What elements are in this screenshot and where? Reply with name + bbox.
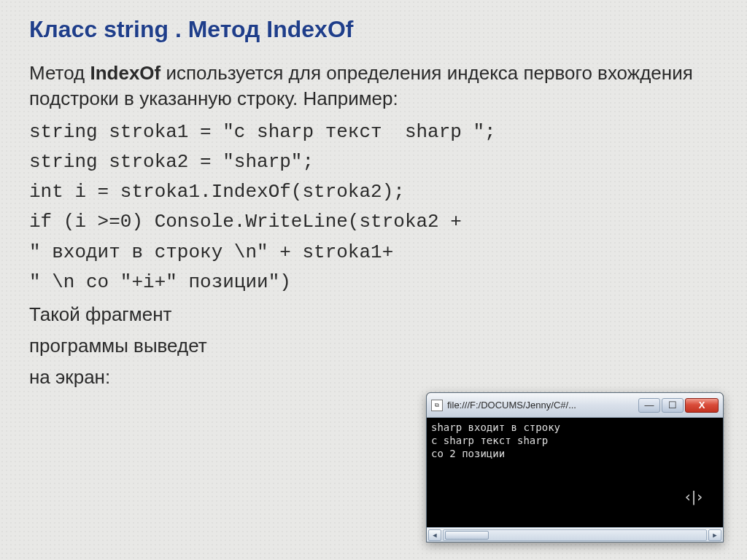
intro-text-pre: Метод <box>29 62 90 84</box>
outro-line-2: программы выведет <box>29 333 718 359</box>
console-line-3: со 2 позиции <box>431 447 719 460</box>
code-line-5: " входит в строку \n" + stroka1+ <box>29 238 718 268</box>
chevron-right-icon: ► <box>712 532 719 539</box>
console-output: sharp входит в строку c sharp текст shar… <box>427 418 723 527</box>
scrollbar-thumb[interactable] <box>445 531 489 540</box>
window-app-icon: ⧉ <box>431 400 443 411</box>
code-line-3: int i = stroka1.IndexOf(stroka2); <box>29 177 718 207</box>
horizontal-scrollbar[interactable]: ◄ ► <box>427 527 723 542</box>
slide: Класс string . Метод IndexOf Метод Index… <box>0 0 747 390</box>
code-line-4: if (i >=0) Console.WriteLine(stroka2 + <box>29 207 718 237</box>
chevron-left-icon: ◄ <box>432 532 438 539</box>
console-cursor-icon: ‹|› <box>684 487 701 506</box>
slide-title: Класс string . Метод IndexOf <box>29 16 718 43</box>
scroll-left-button[interactable]: ◄ <box>428 529 441 541</box>
maximize-icon: ☐ <box>668 400 677 410</box>
minimize-button[interactable]: — <box>638 398 660 413</box>
close-button[interactable]: X <box>685 398 719 413</box>
maximize-button[interactable]: ☐ <box>662 398 684 413</box>
code-line-1: string stroka1 = "c sharp текст sharp "; <box>29 117 718 147</box>
window-title: file:///F:/DOCUMS/Jenny/C#/... <box>447 400 634 411</box>
window-titlebar[interactable]: ⧉ file:///F:/DOCUMS/Jenny/C#/... — ☐ X <box>427 393 723 418</box>
scrollbar-track[interactable] <box>443 529 707 541</box>
close-icon: X <box>699 400 705 410</box>
scroll-right-button[interactable]: ► <box>708 529 721 541</box>
window-buttons: — ☐ X <box>638 398 719 413</box>
code-line-2: string stroka2 = "sharp"; <box>29 147 718 177</box>
intro-text-bold: IndexOf <box>90 62 160 84</box>
console-window: ⧉ file:///F:/DOCUMS/Jenny/C#/... — ☐ X s… <box>426 392 724 542</box>
intro-paragraph: Метод IndexOf используется для определен… <box>29 61 718 112</box>
code-line-6: " \n со "+i+" позиции") <box>29 268 718 298</box>
outro-line-3: на экран: <box>29 365 718 390</box>
console-line-2: c sharp текст sharp <box>431 434 719 447</box>
outro-line-1: Такой фрагмент <box>29 302 718 327</box>
minimize-icon: — <box>645 400 654 410</box>
console-line-1: sharp входит в строку <box>431 421 719 434</box>
